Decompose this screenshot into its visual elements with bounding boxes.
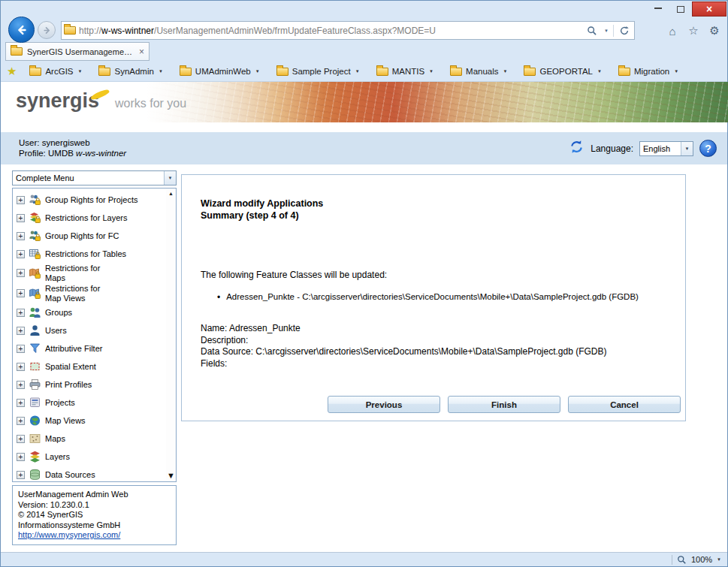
expand-icon[interactable] [17, 399, 25, 407]
expand-icon[interactable] [17, 327, 25, 335]
dropdown-caret-icon: ▼ [255, 69, 260, 74]
favorites-item-sample-project[interactable]: Sample Project▼ [268, 62, 368, 80]
tree-item-group-rights-for-fc[interactable]: Group Rights for FC [17, 227, 165, 245]
search-dropdown-caret-icon[interactable]: ▼ [603, 29, 610, 33]
tree-item-groups[interactable]: Groups [17, 303, 165, 321]
language-label: Language: [591, 143, 633, 154]
chevron-down-icon: ▼ [681, 142, 693, 155]
tree-item-print-profiles[interactable]: Print Profiles [17, 375, 165, 394]
forward-button[interactable] [38, 21, 56, 39]
tree-item-label: Restrictions for Map Views [45, 284, 111, 303]
folder-icon [450, 68, 462, 76]
tree-item-restrictions-for-layers[interactable]: Restrictions for Layers [17, 209, 165, 227]
scroll-up-icon[interactable]: ▲ [166, 191, 176, 196]
map-views-icon [29, 415, 41, 427]
back-button[interactable] [8, 17, 35, 43]
tab-title: SynerGIS Usermanagement ... [27, 47, 134, 56]
chevron-down-icon: ▼ [164, 171, 176, 185]
dropdown-caret-icon: ▼ [597, 69, 602, 74]
tree-item-projects[interactable]: Projects [17, 394, 165, 412]
refresh-button[interactable] [617, 23, 632, 39]
wizard-panel: Wizard modify Applications Summary (step… [181, 174, 686, 421]
expand-icon[interactable] [17, 309, 25, 317]
scroll-down-icon[interactable]: ▼ [166, 471, 176, 480]
wizard-intro-text: The following Feature Classes will be up… [201, 270, 681, 280]
address-bar[interactable]: http://w-ws-wintner/UserManagementAdminW… [61, 21, 635, 40]
tree-item-attributive-filter[interactable]: Attributive Filter [17, 339, 165, 357]
maps-icon [29, 433, 41, 445]
tree-item-label: Data Sources [45, 470, 95, 480]
favorites-item-geoportal[interactable]: GEOPORTAL▼ [515, 62, 609, 80]
settings-button[interactable]: ⚙ [706, 22, 723, 40]
sync-icon [569, 139, 585, 155]
tree-item-map-views[interactable]: Map Views [17, 412, 165, 430]
title-bar[interactable]: × [1, 1, 727, 19]
favorites-item-label: UMAdminWeb [195, 67, 251, 76]
zoom-control[interactable]: 100% ▼ [672, 553, 721, 565]
expand-icon[interactable] [17, 345, 25, 353]
minimize-button[interactable] [647, 2, 669, 17]
tree-item-data-sources[interactable]: Data Sources [17, 466, 165, 482]
tree-item-layers[interactable]: Layers [17, 448, 165, 466]
expand-icon[interactable] [17, 471, 25, 479]
print-profiles-icon [29, 379, 41, 391]
home-button[interactable]: ⌂ [664, 22, 681, 40]
finish-button[interactable]: Finish [448, 396, 560, 413]
synergis-link[interactable]: http://www.mysynergis.com/ [18, 530, 120, 539]
user-info: User: synergisweb Profile: UMDB w-ws-win… [19, 137, 126, 158]
favorites-item-mantis[interactable]: MANTIS▼ [368, 62, 442, 80]
favorites-item-manuals[interactable]: Manuals▼ [442, 62, 515, 80]
user-controls: Language: English ▼ ? [569, 139, 717, 158]
search-button[interactable] [585, 23, 600, 39]
user-label: User: [19, 138, 39, 147]
restrictions-maps-icon [29, 267, 41, 279]
favorites-star-icon[interactable]: ★ [7, 65, 17, 78]
previous-button[interactable]: Previous [328, 396, 440, 413]
sync-button[interactable] [569, 139, 585, 158]
expand-icon[interactable] [17, 417, 25, 425]
expand-icon[interactable] [17, 232, 25, 240]
tree-item-group-rights-for-projects[interactable]: Group Rights for Projects [17, 191, 165, 209]
expand-icon[interactable] [17, 363, 25, 371]
help-button[interactable]: ? [699, 140, 717, 157]
expand-icon[interactable] [17, 289, 25, 297]
maximize-button[interactable] [669, 2, 692, 17]
cancel-button[interactable]: Cancel [568, 396, 681, 413]
expand-icon[interactable] [17, 269, 25, 277]
expand-icon[interactable] [17, 435, 25, 443]
tree-scrollbar[interactable]: ▲ ▼ [166, 188, 176, 481]
profile-host: w-ws-wintner [76, 149, 126, 158]
favorites-item-label: Migration [634, 67, 669, 76]
expand-icon[interactable] [17, 214, 25, 222]
language-select[interactable]: English ▼ [639, 141, 693, 156]
wizard-title: Wizard modify Applications [201, 198, 681, 210]
profile-label: Profile: [19, 149, 46, 158]
tree-item-users[interactable]: Users [17, 321, 165, 339]
expand-icon[interactable] [17, 453, 25, 461]
expand-icon[interactable] [17, 196, 25, 204]
folder-icon [276, 68, 288, 76]
favorites-item-umadminweb[interactable]: UMAdminWeb▼ [171, 62, 268, 80]
favorites-item-synadmin[interactable]: SynAdmin▼ [90, 62, 171, 80]
url-text[interactable]: http://w-ws-wintner/UserManagementAdminW… [79, 26, 581, 36]
tree-item-restrictions-for-tables[interactable]: Restrictions for Tables [17, 245, 165, 263]
tree-item-maps[interactable]: Maps [17, 430, 165, 448]
about-box: UserManagement Admin Web Version: 10.230… [12, 485, 177, 545]
menu-filter-select[interactable]: Complete Menu ▼ [12, 170, 177, 185]
expand-icon[interactable] [17, 381, 25, 389]
tree-item-spatial-extent[interactable]: Spatial Extent [17, 357, 165, 375]
favorites-item-arcgis[interactable]: ArcGIS▼ [21, 62, 90, 80]
browser-window: × http://w-ws-wintner/UserManagementAdmi… [0, 0, 728, 567]
favorites-item-migration[interactable]: Migration▼ [610, 62, 687, 80]
browser-tab[interactable]: SynerGIS Usermanagement ... × [5, 42, 150, 61]
feature-class-bullet: • Adressen_Punkte - C:\arcgisserver\dire… [217, 292, 681, 303]
close-button[interactable]: × [692, 2, 726, 17]
tree-item-restrictions-for-map-views[interactable]: Restrictions for Map Views [17, 283, 165, 303]
favorites-button[interactable]: ☆ [685, 22, 702, 40]
detail-name: Name: Adressen_Punkte [201, 323, 681, 335]
tab-close-icon[interactable]: × [139, 47, 144, 57]
maximize-icon [677, 6, 684, 13]
expand-icon[interactable] [17, 250, 25, 258]
about-title: UserManagement Admin Web [18, 490, 171, 500]
tree-item-restrictions-for-maps[interactable]: Restrictions for Maps [17, 263, 165, 283]
